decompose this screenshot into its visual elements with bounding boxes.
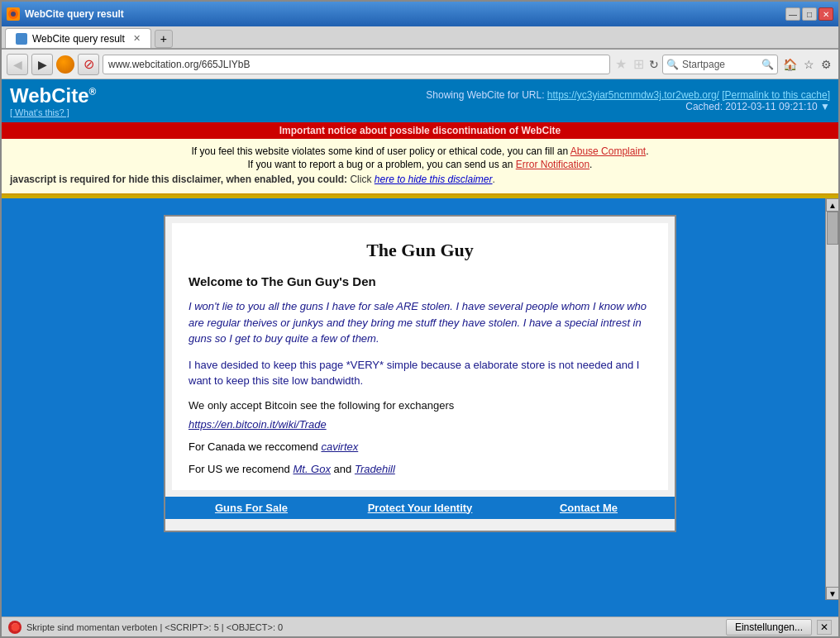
hide-disclaimer-link[interactable]: here to hide this disclaimer: [375, 174, 493, 185]
maximize-button[interactable]: □: [802, 7, 817, 21]
para2: I have desided to keep this page *VERY* …: [189, 357, 651, 389]
whatis-link[interactable]: [ What's this? ]: [10, 107, 96, 117]
forward-button[interactable]: ▶: [31, 54, 53, 75]
webcite-branding: WebCite® [ What's this? ]: [10, 84, 96, 117]
nav-links-bar: Guns For Sale Protect Your Identity Cont…: [165, 497, 675, 519]
back-button[interactable]: ◀: [7, 54, 28, 75]
tradehill-link[interactable]: Tradehill: [355, 463, 395, 475]
status-error-icon: 🛑: [8, 621, 21, 634]
search-submit-icon[interactable]: 🔍: [761, 59, 774, 70]
bookmark-star-icon[interactable]: ★: [615, 56, 627, 72]
search-text: Startpage: [679, 59, 761, 70]
statusbar-right: Einstellungen... ✕: [726, 619, 832, 636]
contact-me-link[interactable]: Contact Me: [506, 502, 671, 514]
disclaimer-js: javascript is required for hide this dis…: [10, 174, 830, 185]
svg-point-1: [11, 12, 16, 17]
tools-button[interactable]: ⚙: [821, 58, 832, 71]
url-text: www.webcitation.org/665JLIYbB: [108, 59, 250, 70]
us-text: For US we recomend Mt. Gox and Tradehill: [189, 463, 651, 475]
url-bar[interactable]: www.webcitation.org/665JLIYbB: [103, 55, 610, 74]
stop-button[interactable]: ⊘: [78, 54, 99, 75]
tabbar: WebCite query result ✕ +: [2, 26, 838, 50]
webcite-info: Showing WebCite for URL: https://yc3yiar…: [426, 89, 830, 112]
webcite-logo: WebCite®: [10, 84, 96, 107]
content-inner: The Gun Guy Welcome to The Gun Guy's Den…: [172, 223, 668, 490]
close-button[interactable]: ✕: [819, 7, 833, 21]
new-tab-button[interactable]: +: [155, 30, 173, 48]
statusbar: 🛑 Skripte sind momentan verboten | <SCRI…: [2, 617, 838, 636]
abuse-complaint-link[interactable]: Abuse Complaint: [570, 145, 646, 157]
active-tab[interactable]: WebCite query result ✕: [5, 28, 151, 48]
para1: I won't lie to you all the guns I have f…: [189, 298, 651, 347]
settings-button[interactable]: Einstellungen...: [726, 619, 812, 636]
bookmark-list-icon[interactable]: ⊞: [633, 56, 644, 72]
webcite-showing: Showing WebCite for URL: https://yc3yiar…: [426, 89, 830, 101]
content-box: The Gun Guy Welcome to The Gun Guy's Den…: [164, 215, 676, 532]
reload-button[interactable]: ↻: [649, 58, 659, 71]
cavirtex-link[interactable]: cavirtex: [321, 440, 358, 453]
minimize-button[interactable]: —: [785, 7, 800, 21]
status-message: Skripte sind momentan verboten | <SCRIPT…: [26, 622, 283, 632]
search-engine-icon: 🔍: [666, 59, 679, 70]
notice-bar: Important notice about possible disconti…: [2, 122, 838, 139]
canada-text: For Canada we reccomend cavirtex: [189, 440, 651, 453]
cached-dropdown-icon[interactable]: ▼: [820, 101, 830, 112]
scroll-down-button[interactable]: ▼: [826, 587, 838, 600]
stop-icon: ⊘: [84, 56, 94, 72]
main-content-area: The Gun Guy Welcome to The Gun Guy's Den…: [2, 198, 838, 617]
window-controls: — □ ✕: [785, 7, 833, 21]
webcite-permalink[interactable]: [Permalink to this cache]: [722, 89, 830, 101]
protect-identity-link[interactable]: Protect Your Identity: [337, 502, 503, 514]
webcite-header: WebCite® [ What's this? ] Showing WebCit…: [2, 79, 838, 122]
content-bottom-pad: [165, 519, 675, 531]
mtgox-link[interactable]: Mt. Gox: [293, 463, 331, 475]
firefox-logo: [56, 55, 74, 74]
navbar: ◀ ▶ ⊘ www.webcitation.org/665JLIYbB ★ ⊞ …: [2, 50, 838, 79]
welcome-heading: Welcome to The Gun Guy's Den: [189, 274, 651, 288]
webcite-cached-date: Cached: 2012-03-11 09:21:10 ▼: [426, 101, 830, 112]
scroll-thumb[interactable]: [827, 212, 838, 245]
bitcoin-text: We only accept Bitcoin see the following…: [189, 399, 651, 412]
tab-close-button[interactable]: ✕: [133, 33, 141, 44]
firefox-icon: [7, 7, 20, 21]
bitcoin-link-container: https://en.bitcoin.it/wiki/Trade: [189, 418, 651, 431]
home-button[interactable]: 🏠: [783, 58, 797, 71]
statusbar-close-button[interactable]: ✕: [817, 620, 832, 635]
search-bar[interactable]: 🔍 Startpage 🔍: [662, 55, 778, 74]
scroll-up-button[interactable]: ▲: [826, 198, 838, 212]
titlebar: WebCite query result — □ ✕: [2, 2, 838, 26]
vertical-scrollbar[interactable]: ▲ ▼: [825, 198, 838, 600]
tab-label: WebCite query result: [32, 33, 125, 45]
browser-window: WebCite query result — □ ✕ WebCite query…: [0, 0, 840, 638]
disclaimer-line2: If you want to report a bug or a problem…: [10, 159, 830, 170]
guns-for-sale-link[interactable]: Guns For Sale: [169, 502, 334, 514]
titlebar-text: WebCite query result: [25, 8, 780, 20]
webcite-cached-url[interactable]: https://yc3yiar5ncmmdw3j.tor2web.org/: [547, 89, 719, 101]
bitcoin-link[interactable]: https://en.bitcoin.it/wiki/Trade: [189, 418, 327, 431]
disclaimer-section: If you feel this website violates some k…: [2, 139, 838, 195]
status-text-area: 🛑 Skripte sind momentan verboten | <SCRI…: [8, 621, 283, 634]
tab-favicon: [16, 33, 27, 45]
error-notification-link[interactable]: Error Notification: [516, 159, 589, 170]
bookmarks-button[interactable]: ☆: [804, 58, 814, 71]
disclaimer-line1: If you feel this website violates some k…: [10, 145, 830, 157]
scroll-track[interactable]: [826, 212, 838, 587]
page-title: The Gun Guy: [189, 240, 651, 261]
